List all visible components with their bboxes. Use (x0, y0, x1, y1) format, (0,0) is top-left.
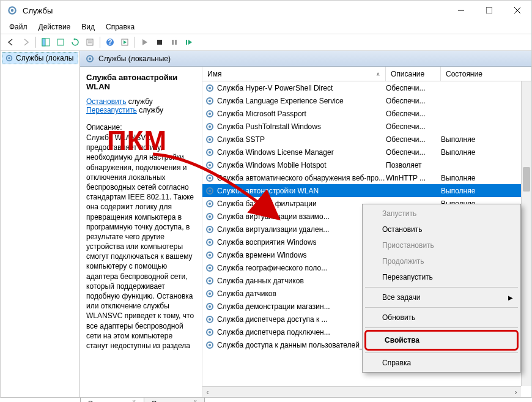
stop-link[interactable]: Остановить (86, 97, 127, 106)
svg-point-26 (209, 100, 211, 102)
menu-file[interactable]: Файл (4, 21, 32, 32)
service-row[interactable]: Служба Windows Mobile HotspotПозволяет (202, 158, 521, 171)
svg-rect-16 (172, 40, 174, 45)
menu-action[interactable]: Действие (34, 21, 76, 32)
menubar: Файл Действие Вид Справка (1, 20, 531, 34)
gear-icon (205, 160, 215, 170)
ctx-help[interactable]: Справка (364, 355, 519, 371)
show-hide-tree-button[interactable] (39, 35, 53, 49)
column-state[interactable]: Состояние (441, 67, 531, 81)
play-button[interactable] (138, 35, 152, 49)
services-app-icon (7, 5, 18, 16)
svg-point-64 (209, 344, 211, 346)
description-label: Описание: (86, 123, 196, 132)
service-row[interactable]: Служба PushToInstall WindowsОбеспечи... (202, 120, 521, 133)
svg-point-38 (209, 177, 211, 179)
svg-point-62 (209, 331, 211, 333)
svg-point-32 (209, 138, 211, 141)
menu-view[interactable]: Вид (76, 21, 100, 32)
service-state: Выполняе (441, 174, 519, 182)
column-description[interactable]: Описание (386, 67, 441, 81)
service-desc: Обеспечи... (386, 97, 441, 105)
service-name: Служба Windows License Manager (217, 148, 386, 157)
gear-icon (5, 54, 13, 62)
back-button[interactable] (4, 35, 18, 49)
svg-rect-17 (175, 40, 177, 45)
service-row[interactable]: Служба Windows License ManagerОбеспечи..… (202, 146, 521, 158)
service-desc: Обеспечи... (386, 110, 441, 118)
service-name: Служба датчиков (217, 289, 386, 298)
service-row[interactable]: Служба автонастройки WLANВыполняе (202, 184, 521, 197)
export-button[interactable] (54, 35, 67, 49)
service-row[interactable]: Служба Language Experience ServiceОбеспе… (202, 94, 521, 107)
service-name: Служба восприятия Windows (217, 238, 386, 247)
close-button[interactable] (503, 1, 531, 20)
service-name: Служба автонастройки WLAN (217, 187, 386, 195)
restart-link[interactable]: Перезапустить (86, 106, 137, 114)
service-row[interactable]: Служба SSTPОбеспечи...Выполняе (202, 133, 521, 146)
svg-rect-15 (157, 40, 162, 45)
service-row[interactable]: Служба Hyper-V PowerShell DirectОбеспечи… (202, 81, 521, 94)
svg-point-48 (209, 241, 211, 244)
service-name: Служба демонстрации магазин... (217, 302, 386, 311)
service-name: Служба Language Experience Service (217, 97, 386, 105)
restart-button[interactable] (182, 35, 196, 49)
horizontal-scrollbar[interactable]: ‹ › (202, 386, 521, 397)
pause-button[interactable] (168, 35, 181, 49)
gear-icon (205, 199, 215, 209)
svg-point-58 (209, 305, 211, 308)
svg-rect-8 (57, 39, 64, 45)
gear-icon (205, 135, 215, 144)
column-name[interactable]: Имя ∧ (202, 67, 386, 81)
scroll-right-icon[interactable]: › (511, 388, 521, 396)
properties-button[interactable] (83, 35, 97, 49)
gear-icon (205, 302, 215, 311)
service-name: Служба автоматического обнаружения веб-п… (217, 174, 386, 182)
svg-point-1 (11, 9, 14, 12)
svg-point-40 (209, 190, 211, 192)
gear-icon (205, 237, 215, 247)
gear-icon (205, 276, 215, 286)
vertical-scrollbar[interactable] (521, 81, 531, 386)
ctx-all-tasks[interactable]: Все задачи ▶ (364, 289, 519, 305)
service-desc: Обеспечи... (386, 135, 441, 144)
service-name: Служба доступа к данным пользователей_dч… (217, 341, 386, 349)
detail-title: Служба автонастройки WLAN (86, 73, 196, 91)
start-service-button[interactable] (118, 35, 131, 49)
bottom-tabs: Расширенный Стандартный (1, 397, 531, 402)
maximize-button[interactable] (475, 1, 503, 20)
gear-icon (205, 83, 215, 93)
ctx-properties[interactable]: Свойства (366, 332, 517, 349)
service-desc: Обеспечи... (386, 84, 441, 92)
toolbar: ? (1, 34, 531, 51)
service-name: Служба диспетчера подключен... (217, 328, 386, 337)
gear-icon (205, 122, 215, 132)
refresh-button[interactable] (68, 35, 82, 49)
service-desc: Позволяет (386, 161, 441, 169)
gear-icon (205, 250, 215, 260)
service-name: Служба данных датчиков (217, 277, 386, 285)
scrollbar-thumb[interactable] (523, 167, 530, 192)
service-row[interactable]: Служба автоматического обнаружения веб-п… (202, 171, 521, 184)
menu-help[interactable]: Справка (101, 21, 139, 32)
ctx-stop[interactable]: Остановить (364, 221, 519, 237)
ctx-refresh[interactable]: Обновить (364, 310, 519, 326)
svg-point-30 (209, 125, 211, 128)
tab-extended[interactable]: Расширенный (80, 398, 144, 402)
ctx-restart[interactable]: Перезапустить (364, 269, 519, 285)
forward-button[interactable] (19, 35, 32, 49)
svg-text:?: ? (108, 38, 112, 47)
tab-standard[interactable]: Стандартный (144, 398, 205, 402)
gear-icon (205, 315, 215, 324)
gear-icon (85, 54, 95, 64)
tree-node-services[interactable]: Службы (локалы (2, 52, 78, 64)
help-button[interactable]: ? (103, 35, 117, 49)
scroll-left-icon[interactable]: ‹ (202, 388, 213, 396)
service-name: Служба виртуализации удален... (217, 225, 386, 234)
gear-icon (205, 147, 215, 157)
minimize-button[interactable] (447, 1, 475, 20)
svg-point-42 (209, 203, 211, 205)
stop-button[interactable] (153, 35, 166, 49)
service-row[interactable]: Служба Microsoft PassportОбеспечи... (202, 107, 521, 120)
gear-icon (205, 212, 215, 221)
